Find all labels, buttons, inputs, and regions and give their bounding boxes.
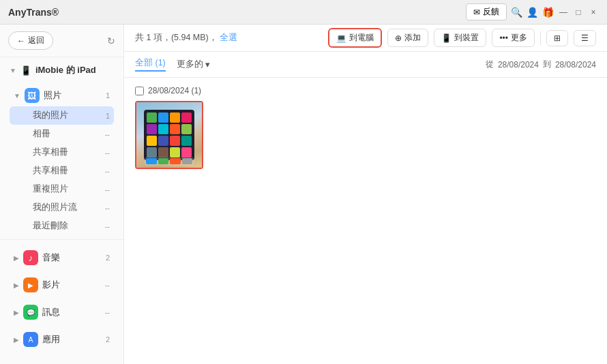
messages-count: -- <box>105 308 110 316</box>
more-label: 更多 <box>511 32 527 44</box>
dup-photos-count: -- <box>105 185 110 194</box>
back-button[interactable]: ← 返回 <box>8 31 53 50</box>
tab-more[interactable]: 更多的 ▾ <box>177 59 210 70</box>
photo-stream-count: -- <box>105 204 110 212</box>
dup-photos-label: 重複照片 <box>33 183 68 195</box>
maximize-button[interactable]: □ <box>573 7 584 18</box>
photos-count: 1 <box>106 91 110 100</box>
albums-label: 相冊 <box>33 128 50 140</box>
video-icon: ▶ <box>23 277 38 292</box>
apps-icon: A <box>23 332 38 347</box>
shared-album1-count: -- <box>105 149 110 157</box>
chevron-down-icon: ▾ <box>205 59 210 70</box>
photo-item[interactable] <box>135 101 203 169</box>
top-toolbar: 共 1 項，(5.94 MB)， 全選 💻 到電腦 ⊕ 添加 📱 到裝置 •••… <box>124 25 607 52</box>
video-count: -- <box>105 281 110 289</box>
date-to-label: 到 <box>543 59 551 70</box>
date-range: 從 28/08/2024 到 28/08/2024 <box>486 59 596 70</box>
sidebar: ← 返回 ↻ ▼ 📱 iMobie 的 iPad ▼ 🖼 照片 1 我的照片 <box>0 25 124 364</box>
sidebar-item-video[interactable]: ▶ ▶ 影片 -- <box>10 274 114 296</box>
to-device-label: 到裝置 <box>454 32 479 44</box>
select-all-link[interactable]: 全選 <box>220 33 237 42</box>
photo-stream-label: 我的照片流 <box>33 202 77 213</box>
photo-grid: 28/08/2024 (1) <box>124 78 607 364</box>
back-label: 返回 <box>28 35 44 46</box>
photos-label: 照片 <box>44 90 61 102</box>
collapse-app-icon: ▶ <box>14 336 19 344</box>
grid-view-button[interactable]: ⊞ <box>546 30 568 46</box>
user-icon[interactable]: 👤 <box>527 7 538 18</box>
sidebar-item-photo-stream[interactable]: 我的照片流 -- <box>10 198 114 217</box>
sidebar-item-shared-album2[interactable]: 共享相冊 -- <box>10 162 114 180</box>
photos-icon: 🖼 <box>25 88 40 103</box>
sidebar-item-my-photos[interactable]: 我的照片 1 <box>10 106 114 125</box>
to-computer-button[interactable]: 💻 到電腦 <box>328 28 382 48</box>
title-bar-right: ✉ 反饋 🔍 👤 🎁 — □ × <box>466 3 599 20</box>
item-count-text: 共 1 項，(5.94 MB)， <box>135 33 218 42</box>
title-bar-left: AnyTrans® <box>8 7 59 18</box>
sidebar-item-photos[interactable]: ▼ 🖼 照片 1 <box>10 85 114 106</box>
sidebar-item-messages[interactable]: ▶ 💬 訊息 -- <box>10 301 114 323</box>
search-icon[interactable]: 🔍 <box>511 7 522 18</box>
divider1 <box>0 239 123 240</box>
back-arrow-icon: ← <box>17 36 25 46</box>
app-name-text: AnyTrans <box>8 7 52 18</box>
shared-album2-count: -- <box>105 167 110 175</box>
add-label: 添加 <box>404 32 421 44</box>
item-info: 共 1 項，(5.94 MB)， 全選 <box>135 32 323 44</box>
shared-album2-label: 共享相冊 <box>33 165 68 177</box>
sidebar-item-music[interactable]: ▶ ♪ 音樂 2 <box>10 247 114 269</box>
date-group-checkbox[interactable] <box>135 87 144 95</box>
grid-icon: ⊞ <box>554 33 561 43</box>
albums-count: -- <box>105 130 110 138</box>
date-group-date: 28/08/2024 (1) <box>148 86 201 95</box>
close-button[interactable]: × <box>588 7 599 18</box>
recently-deleted-count: -- <box>105 222 110 230</box>
shared-album1-label: 共享相冊 <box>33 147 68 158</box>
collapse-msg-icon: ▶ <box>14 309 19 316</box>
collapse-music-icon: ▶ <box>14 254 19 262</box>
title-bar: AnyTrans® ✉ 反饋 🔍 👤 🎁 — □ × <box>0 0 607 25</box>
sidebar-category-apps: ▶ A 應用 2 <box>0 324 123 352</box>
content-area: 共 1 項，(5.94 MB)， 全選 💻 到電腦 ⊕ 添加 📱 到裝置 •••… <box>124 25 607 364</box>
from-date-value: 28/08/2024 <box>498 60 539 70</box>
my-photos-count: 1 <box>106 112 110 120</box>
menu-icon: ☰ <box>581 33 589 43</box>
more-button[interactable]: ••• 更多 <box>492 29 535 47</box>
collapse-photos-icon: ▼ <box>14 92 20 100</box>
msg-icon: 💬 <box>23 305 38 320</box>
apps-count: 2 <box>106 335 110 344</box>
device-name: ▼ 📱 iMobie 的 iPad <box>0 57 123 80</box>
sidebar-item-apps[interactable]: ▶ A 應用 2 <box>10 329 114 350</box>
collapse-video-icon: ▶ <box>14 282 19 289</box>
trademark: ® <box>52 7 59 18</box>
gift-icon[interactable]: 🎁 <box>542 7 554 18</box>
refresh-icon[interactable]: ↻ <box>107 35 115 46</box>
sub-tabs-left: 全部 (1) 更多的 ▾ <box>135 57 210 72</box>
add-icon: ⊕ <box>395 33 402 43</box>
music-count: 2 <box>106 254 110 262</box>
sub-tabs-bar: 全部 (1) 更多的 ▾ 從 28/08/2024 到 28/08/2024 <box>124 52 607 78</box>
feedback-label: 反饋 <box>483 6 499 18</box>
minimize-button[interactable]: — <box>558 7 569 18</box>
collapse-arrow-icon[interactable]: ▼ <box>10 67 16 74</box>
ipad-thumbnail <box>136 102 202 168</box>
to-device-button[interactable]: 📱 到裝置 <box>434 29 486 47</box>
to-date-value: 28/08/2024 <box>555 60 596 70</box>
tab-all[interactable]: 全部 (1) <box>135 57 166 72</box>
sidebar-item-dup-photos[interactable]: 重複照片 -- <box>10 180 114 198</box>
video-label: 影片 <box>42 279 60 291</box>
sidebar-item-recently-deleted[interactable]: 最近刪除 -- <box>10 217 114 235</box>
sidebar-item-albums[interactable]: 相冊 -- <box>10 125 114 143</box>
photo-items <box>135 101 596 169</box>
messages-label: 訊息 <box>42 307 60 318</box>
music-icon: ♪ <box>23 250 38 265</box>
sidebar-category-photos: ▼ 🖼 照片 1 我的照片 1 相冊 -- 共享相冊 -- 共享相冊 <box>0 80 123 237</box>
menu-button[interactable]: ☰ <box>574 30 596 46</box>
add-button[interactable]: ⊕ 添加 <box>387 29 428 47</box>
feedback-button[interactable]: ✉ 反饋 <box>466 3 507 20</box>
recently-deleted-label: 最近刪除 <box>33 220 68 232</box>
sidebar-category-messages: ▶ 💬 訊息 -- <box>0 297 123 324</box>
sidebar-item-shared-album1[interactable]: 共享相冊 -- <box>10 143 114 162</box>
sidebar-category-music: ▶ ♪ 音樂 2 <box>0 243 123 270</box>
